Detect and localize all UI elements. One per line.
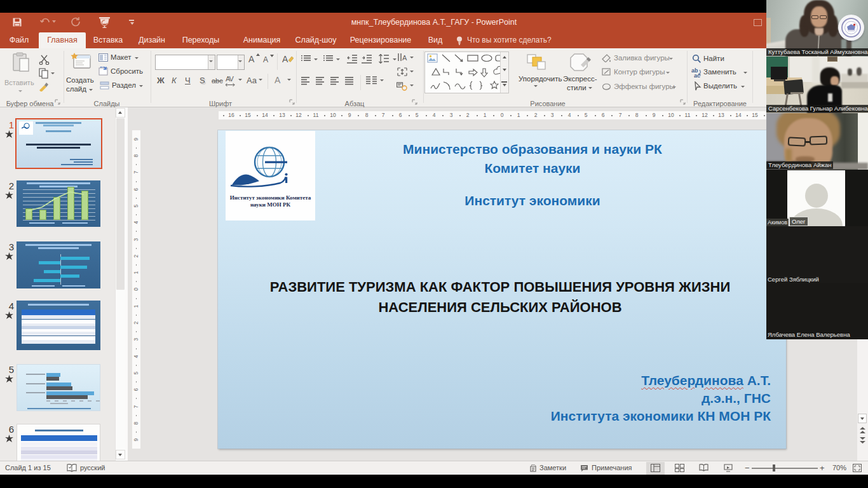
svg-text:А: А [402, 54, 407, 62]
svg-text:А: А [282, 54, 288, 64]
